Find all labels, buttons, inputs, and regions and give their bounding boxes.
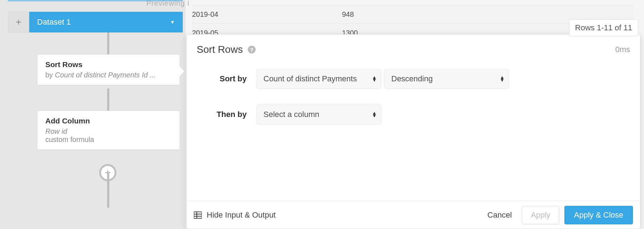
svg-rect-0 <box>194 212 202 218</box>
sort-rows-panel: Sort Rows ? 0ms Sort by Count of distinc… <box>186 34 640 229</box>
active-tab-underline <box>8 0 183 1</box>
sort-by-column-select[interactable]: Count of distinct Payments ▲▼ <box>257 69 381 89</box>
table-icon <box>194 212 202 219</box>
apply-close-button[interactable]: Apply & Close <box>564 206 633 224</box>
dataset-header[interactable]: Dataset 1 ▼ <box>29 12 183 32</box>
then-by-column-select[interactable]: Select a column ▲▼ <box>257 105 381 124</box>
sort-by-row: Sort by Count of distinct Payments ▲▼ De… <box>197 69 630 89</box>
panel-header: Sort Rows ? 0ms <box>187 35 640 58</box>
step-sort-rows[interactable]: Sort Rows by Count of distinct Payments … <box>37 54 180 85</box>
apply-button[interactable]: Apply <box>522 206 559 224</box>
sort-direction-select[interactable]: Descending ▲▼ <box>384 69 509 89</box>
panel-title: Sort Rows <box>197 44 243 55</box>
selected-step-pointer <box>180 66 185 76</box>
pipeline-connector <box>107 88 109 111</box>
pipeline-connector <box>107 172 109 208</box>
cell-value: 948 <box>342 10 633 19</box>
hide-input-output-toggle[interactable]: Hide Input & Output <box>194 210 276 220</box>
step-title: Sort Rows <box>45 60 172 69</box>
panel-footer: Hide Input & Output Cancel Apply Apply &… <box>187 201 640 229</box>
cell-month: 2019-04 <box>192 10 342 19</box>
timing-label: 0ms <box>615 45 630 54</box>
sort-caret-icon: ▲▼ <box>372 112 376 117</box>
help-icon[interactable]: ? <box>248 46 256 54</box>
select-value: Count of distinct Payments <box>263 74 357 83</box>
panel-form: Sort by Count of distinct Payments ▲▼ De… <box>187 58 640 152</box>
sort-by-label: Sort by <box>197 74 257 83</box>
cancel-button[interactable]: Cancel <box>480 206 519 224</box>
sort-caret-icon: ▲▼ <box>500 76 504 82</box>
plus-icon: + <box>16 16 21 28</box>
then-by-row: Then by Select a column ▲▼ <box>197 105 630 124</box>
step-subtitle-2: custom formula <box>45 136 172 144</box>
select-value: Select a column <box>263 110 320 119</box>
step-subtitle-1: Row id <box>45 127 172 136</box>
pipeline-column: + Dataset 1 ▼ Sort Rows by Count of dist… <box>8 0 186 229</box>
step-subtitle: by Count of distinct Payments Id ... <box>45 71 172 79</box>
table-row: 2019-04 948 <box>192 5 633 24</box>
then-by-label: Then by <box>197 110 257 119</box>
pipeline-connector <box>107 32 109 55</box>
step-title: Add Column <box>45 117 172 125</box>
hide-io-label: Hide Input & Output <box>207 210 276 220</box>
dataset-label: Dataset 1 <box>37 17 71 27</box>
step-add-column[interactable]: Add Column Row id custom formula <box>37 111 180 150</box>
chevron-down-icon: ▼ <box>170 19 175 25</box>
select-value: Descending <box>391 74 433 83</box>
add-dataset-button[interactable]: + <box>8 12 29 32</box>
sort-caret-icon: ▲▼ <box>372 76 376 82</box>
rows-count-badge: Rows 1-11 of 11 <box>569 19 638 36</box>
